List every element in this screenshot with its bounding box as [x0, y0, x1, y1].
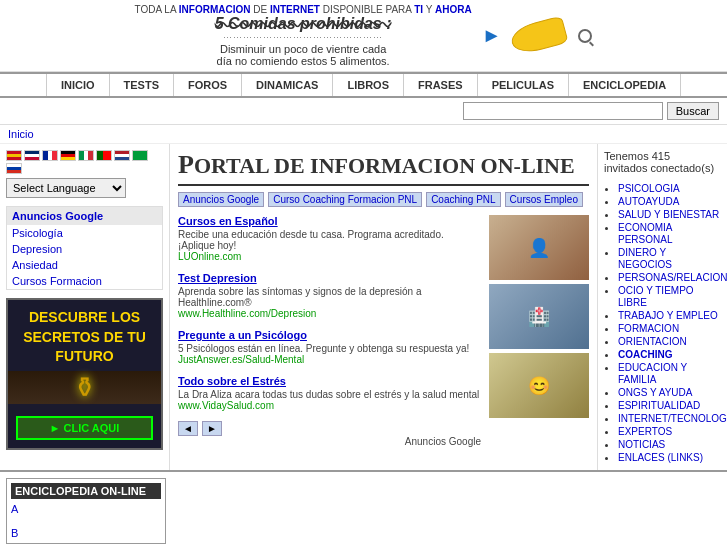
link-ocio[interactable]: OCIO Y TIEMPO LIBRE — [618, 284, 721, 308]
promo-image: ⚱ — [73, 371, 96, 404]
link-orientacion[interactable]: ORIENTACION — [618, 335, 721, 347]
link-coaching[interactable]: COACHING — [618, 348, 721, 360]
banner-arrow[interactable]: ► — [482, 24, 502, 47]
portal-title-text: PORTAL DE INFORMACION ON-LINE — [178, 153, 575, 178]
link-internet[interactable]: INTERNET/TECNOLOGIA — [618, 412, 721, 424]
flag-it[interactable] — [78, 150, 94, 161]
right-links-list: PSICOLOGIA AUTOAYUDA SALUD Y BIENESTAR E… — [604, 182, 721, 463]
portal-title: PORTAL DE INFORMACION ON-LINE — [178, 150, 589, 186]
nav-frases[interactable]: FRASES — [404, 74, 478, 96]
ads-next-button[interactable]: ► — [202, 421, 222, 436]
article-1: Test Depresion Aprenda sobre las síntoma… — [178, 272, 481, 319]
flag-nl[interactable] — [114, 150, 130, 161]
promo-title: DESCUBRE LOS SECRETOS DE TU FUTURO — [16, 308, 153, 367]
visitors-box: Tenemos 415 invitados conectado(s) — [604, 150, 721, 174]
ad-link-anuncios[interactable]: Anuncios Google — [178, 192, 264, 207]
link-dinero[interactable]: DINERO Y NEGOCIOS — [618, 246, 721, 270]
article-1-url: www.Healthline.com/Depresion — [178, 308, 481, 319]
article-3-title[interactable]: Todo sobre el Estrés — [178, 375, 481, 387]
ad-link-coaching[interactable]: Coaching PNL — [426, 192, 500, 207]
link-salud[interactable]: SALUD Y BIENESTAR — [618, 208, 721, 220]
article-1-body: Aprenda sobre las síntomas y signos de l… — [178, 286, 481, 308]
left-sidebar: Select Language English Spanish French G… — [0, 144, 170, 470]
sidebar-item-psicologia[interactable]: Psicología — [7, 225, 162, 241]
link-enlaces[interactable]: ENLACES (LINKS) — [618, 451, 721, 463]
right-sidebar: Tenemos 415 invitados conectado(s) PSICO… — [597, 144, 727, 470]
link-espiritualidad[interactable]: ESPIRITUALIDAD — [618, 399, 721, 411]
banner-line2: 5 Comidas prohibidas : — [135, 15, 472, 33]
flag-fr[interactable] — [42, 150, 58, 161]
search-button[interactable]: Buscar — [667, 102, 719, 120]
magnifier-icon[interactable] — [578, 29, 592, 43]
article-3-url: www.VidaySalud.com — [178, 400, 481, 411]
article-0-title[interactable]: Cursos en Español — [178, 215, 481, 227]
article-1-title[interactable]: Test Depresion — [178, 272, 481, 284]
flag-ru[interactable] — [6, 163, 22, 174]
sidebar-item-ansiedad[interactable]: Ansiedad — [7, 257, 162, 273]
sidebar-item-depresion[interactable]: Depresion — [7, 241, 162, 257]
side-image-3: 😊 — [489, 353, 589, 418]
encyclopedia-title: ENCICLOPEDIA ON-LINE — [11, 483, 161, 499]
link-ongs[interactable]: ONGS Y AYUDA — [618, 386, 721, 398]
visitors-title: Tenemos 415 invitados conectado(s) — [604, 150, 721, 174]
link-economia[interactable]: ECONOMIA PERSONAL — [618, 221, 721, 245]
sidebar-ads-section: Anuncios Google Psicología Depresion Ans… — [6, 206, 163, 290]
article-2-url: JustAnswer.es/Salud-Mental — [178, 354, 481, 365]
encyclopedia-box: ENCICLOPEDIA ON-LINE A B — [6, 478, 166, 544]
link-personas[interactable]: PERSONAS/RELACIONES — [618, 271, 721, 283]
side-images: 👤 🏥 😊 — [489, 215, 589, 447]
flag-es[interactable] — [6, 150, 22, 161]
article-3-body: La Dra Aliza acara todas tus dudas sobre… — [178, 389, 481, 400]
nav-enciclopedia[interactable]: ENCICLOPEDIA — [569, 74, 681, 96]
article-0-url: LUOnline.com — [178, 251, 481, 262]
ad-link-cursos-empleo[interactable]: Cursos Empleo — [505, 192, 583, 207]
content-area: Cursos en Español Recibe una educación d… — [178, 215, 589, 447]
encyclo-link-b[interactable]: B — [11, 527, 161, 539]
visitors-count: Tenemos 415 — [604, 150, 670, 162]
article-2-title[interactable]: Pregunte a un Psicólogo — [178, 329, 481, 341]
link-formacion[interactable]: FORMACION — [618, 322, 721, 334]
banner-line3: Disminuir un poco de vientre cada día no… — [135, 43, 472, 67]
nav-libros[interactable]: LIBROS — [333, 74, 404, 96]
ads-prev-button[interactable]: ◄ — [178, 421, 198, 436]
side-image-2: 🏥 — [489, 284, 589, 349]
sidebar-ads-title[interactable]: Anuncios Google — [7, 207, 162, 225]
encyclo-link-a[interactable]: A — [11, 503, 161, 515]
link-trabajo[interactable]: TRABAJO Y EMPLEO — [618, 309, 721, 321]
ads-label: Anuncios Google — [405, 436, 481, 447]
nav-inicio[interactable]: INICIO — [46, 74, 110, 96]
sidebar-item-cursos[interactable]: Cursos Formacion — [7, 273, 162, 289]
main-layout: Select Language English Spanish French G… — [0, 144, 727, 470]
language-dropdown[interactable]: Select Language English Spanish French G… — [6, 178, 126, 198]
flag-row — [6, 150, 163, 174]
flag-br[interactable] — [132, 150, 148, 161]
flag-us[interactable] — [24, 150, 40, 161]
link-psicologia[interactable]: PSICOLOGIA — [618, 182, 721, 194]
nav-tests[interactable]: TESTs — [110, 74, 174, 96]
ad-link-coaching-pnl[interactable]: Curso Coaching Formacion PNL — [268, 192, 422, 207]
ads-nav: ◄ ► — [178, 421, 481, 436]
link-expertos[interactable]: EXPERTOS — [618, 425, 721, 437]
article-2: Pregunte a un Psicólogo 5 Psicólogos est… — [178, 329, 481, 365]
banner-line1: TODA LA INFORMACION DE INTERNET DISPONIB… — [135, 4, 472, 15]
ads-bottom: ◄ ► Anuncios Google — [178, 421, 481, 447]
article-0: Cursos en Español Recibe una educación d… — [178, 215, 481, 262]
flag-pt[interactable] — [96, 150, 112, 161]
visitors-subtitle: invitados conectado(s) — [604, 162, 714, 174]
promo-box: DESCUBRE LOS SECRETOS DE TU FUTURO ⚱ ► C… — [6, 298, 163, 450]
bottom-section: ENCICLOPEDIA ON-LINE A B — [0, 470, 727, 545]
center-content: PORTAL DE INFORMACION ON-LINE Anuncios G… — [170, 144, 597, 470]
nav-peliculas[interactable]: PELICULAS — [478, 74, 569, 96]
flag-de[interactable] — [60, 150, 76, 161]
link-autoayuda[interactable]: AUTOAYUDA — [618, 195, 721, 207]
article-2-body: 5 Psicólogos están en línea. Pregunte y … — [178, 343, 481, 354]
promo-button[interactable]: ► CLIC AQUI — [16, 416, 153, 440]
language-selector[interactable]: Select Language English Spanish French G… — [6, 178, 163, 198]
link-noticias[interactable]: NOTICIAS — [618, 438, 721, 450]
nav-dinamicas[interactable]: DINAMICAS — [242, 74, 333, 96]
banana-image — [511, 22, 566, 50]
link-educacion[interactable]: EDUCACION Y FAMILIA — [618, 361, 721, 385]
nav-foros[interactable]: FOROS — [174, 74, 242, 96]
search-bar: Buscar — [0, 98, 727, 125]
search-input[interactable] — [463, 102, 663, 120]
